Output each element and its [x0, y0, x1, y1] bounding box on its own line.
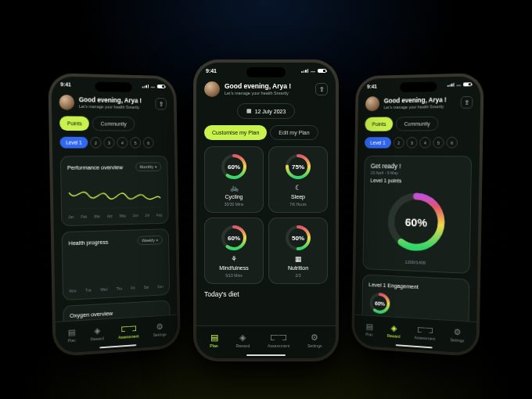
gear-icon: ⚙	[311, 333, 318, 342]
gear-icon: ⚙	[156, 322, 163, 331]
level-3[interactable]: 3	[406, 137, 417, 148]
nav-reward[interactable]: ◈Reward	[235, 333, 250, 348]
calendar-icon: ▤	[68, 328, 76, 336]
greeting-sub: Let's manage your health Smartly	[384, 104, 447, 110]
level-5[interactable]: 5	[433, 137, 444, 149]
tab-points[interactable]: Points	[59, 116, 89, 131]
badge-icon: ◈	[94, 326, 100, 335]
nav-reward[interactable]: ◈Reward	[90, 326, 103, 341]
points-sub: 1200/1400	[369, 258, 463, 267]
nav-plan[interactable]: ▤Plan	[365, 322, 373, 337]
metric-nutrition[interactable]: 50% ▦ Nutrition 2/3	[268, 217, 328, 284]
moon-icon: ☾	[295, 184, 301, 192]
badge-icon: ◈	[239, 333, 246, 342]
points-ring: 60%	[383, 188, 450, 257]
level-active[interactable]: Level 1	[365, 137, 391, 148]
ready-range: 23 April - 9 May	[371, 171, 465, 176]
tab-bar: ▤Plan ◈Reward ⫍⫎Assessment ⚙Settings	[354, 315, 476, 354]
bike-icon: 🚲	[230, 184, 239, 192]
nav-settings[interactable]: ⚙Settings	[450, 328, 464, 343]
share-button[interactable]: ⇪	[315, 83, 328, 95]
chart-icon: ⫍⫎	[270, 333, 287, 342]
calendar-icon: ▦	[246, 108, 252, 114]
date-picker[interactable]: ▦12 July 2023	[237, 103, 296, 119]
tab-community[interactable]: Community	[396, 117, 438, 131]
perf-title: Performance overview	[67, 164, 123, 171]
health-card: Health progress Weekly▾ MonTueWedThuFriS…	[62, 228, 171, 300]
nav-assessment[interactable]: ⫍⫎Assessment	[415, 325, 436, 341]
perf-chart	[67, 175, 162, 213]
status-time: 9:41	[367, 84, 377, 89]
greeting-sub: Let's manage your health Smartly	[79, 104, 142, 110]
level-4[interactable]: 4	[419, 137, 430, 148]
notch	[400, 81, 437, 92]
avatar[interactable]	[59, 95, 75, 110]
tab-bar: ▤Plan ◈Reward ⫍⫎Assessment ⚙Settings	[56, 315, 178, 354]
phone-plan: 9:41 ⋯ Good evening, Arya ! Let's manage…	[193, 59, 339, 361]
chart-icon: ⫍⫎	[417, 325, 433, 335]
level-4[interactable]: 4	[117, 137, 128, 148]
performance-card: Performance overview Monthly▾ JanFebMarA…	[60, 156, 169, 226]
notch	[246, 67, 286, 77]
metric-sleep[interactable]: 75% ☾ Sleep 7/6 Hours	[268, 146, 328, 213]
share-button[interactable]: ⇪	[461, 96, 473, 109]
level-5[interactable]: 5	[130, 137, 141, 148]
level-6[interactable]: 6	[143, 137, 154, 148]
nav-reward[interactable]: ◈Reward	[387, 324, 401, 339]
health-chart	[69, 249, 164, 287]
level-2[interactable]: 2	[394, 137, 404, 148]
gear-icon: ⚙	[453, 328, 461, 336]
level-active[interactable]: Level 1	[59, 137, 88, 149]
ready-card: Get ready ! 23 April - 9 May Level 1 poi…	[362, 156, 472, 274]
phone-assessment: 9:41 ⋯ Good evening, Arya ! Let's manage…	[48, 73, 181, 357]
health-filter[interactable]: Weekly▾	[138, 235, 163, 245]
diet-title: Today's diet	[204, 290, 328, 298]
health-title: Health progress	[69, 239, 109, 246]
level-3[interactable]: 3	[103, 137, 114, 148]
notch	[95, 81, 132, 92]
metric-cycling[interactable]: 60% 🚲 Cycling 30/30 Mins	[204, 146, 264, 213]
tab-points[interactable]: Points	[365, 117, 393, 131]
nav-assessment[interactable]: ⫍⫎Assessment	[268, 333, 289, 348]
greeting: Good evening, Arya !	[225, 83, 291, 90]
nav-settings[interactable]: ⚙Settings	[153, 322, 166, 337]
customise-plan-button[interactable]: Customise my Plan	[204, 125, 267, 140]
edit-plan-button[interactable]: Edit my Plan	[270, 125, 318, 140]
level-2[interactable]: 2	[90, 137, 102, 149]
greeting: Good evening, Arya !	[384, 96, 447, 104]
meditation-icon: ⚘	[231, 255, 237, 263]
chart-icon: ⫍⫎	[120, 324, 137, 333]
badge-icon: ◈	[390, 324, 397, 332]
metric-mindfulness[interactable]: 60% ⚘ Mindfulness 5/10 Mins	[204, 217, 264, 284]
greeting: Good evening, Arya !	[79, 96, 142, 104]
greeting-sub: Let's manage your health Smartly	[225, 91, 291, 96]
ready-title: Get ready !	[371, 162, 465, 170]
nav-settings[interactable]: ⚙Settings	[307, 333, 322, 348]
status-time: 9:41	[60, 81, 71, 87]
tab-community[interactable]: Community	[92, 117, 135, 131]
svg-line-0	[68, 207, 162, 208]
nav-assessment[interactable]: ⫍⫎Assessment	[118, 324, 139, 340]
qr-icon: ▦	[295, 255, 302, 263]
perf-filter[interactable]: Monthly▾	[135, 162, 161, 171]
phone-reward: 9:41 ⋯ Good evening, Arya ! Let's manage…	[351, 73, 484, 357]
level-6[interactable]: 6	[446, 137, 458, 149]
home-indicator[interactable]	[246, 354, 286, 357]
status-time: 9:41	[206, 68, 217, 74]
calendar-icon: ▤	[210, 333, 218, 342]
avatar[interactable]	[204, 81, 220, 97]
avatar[interactable]	[365, 96, 380, 111]
nav-plan[interactable]: ▤Plan	[210, 333, 217, 348]
share-button[interactable]: ⇪	[155, 98, 167, 110]
calendar-icon: ▤	[366, 322, 373, 331]
nav-plan[interactable]: ▤Plan	[67, 328, 75, 343]
points-title: Level 1 points	[370, 178, 464, 184]
